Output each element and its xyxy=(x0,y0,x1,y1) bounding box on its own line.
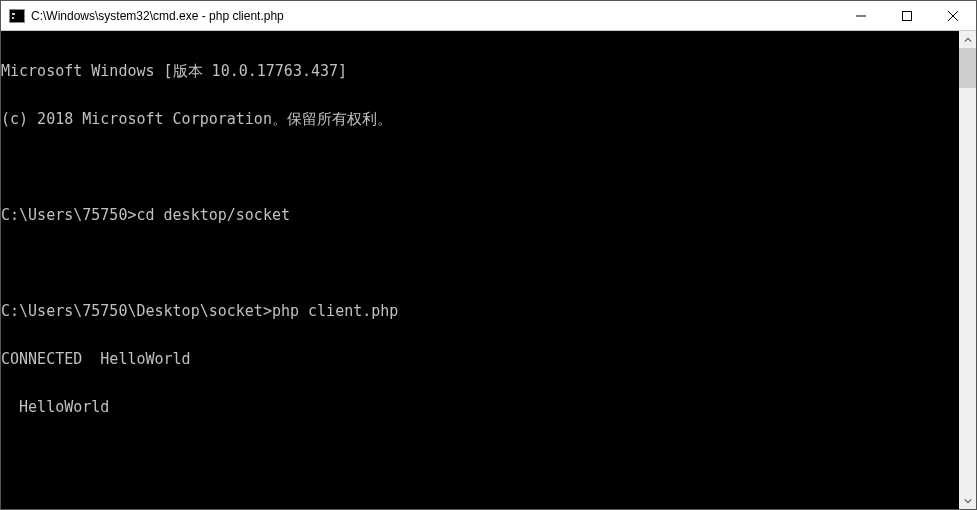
close-icon xyxy=(948,11,958,21)
maximize-button[interactable] xyxy=(884,1,930,30)
terminal-line: HelloWorld xyxy=(1,399,959,415)
vertical-scrollbar[interactable] xyxy=(959,31,976,509)
chevron-down-icon xyxy=(964,497,972,505)
terminal-line: Microsoft Windows [版本 10.0.17763.437] xyxy=(1,63,959,79)
terminal-line xyxy=(1,255,959,271)
terminal-line: CONNECTED HelloWorld xyxy=(1,351,959,367)
terminal-area: Microsoft Windows [版本 10.0.17763.437] (c… xyxy=(1,31,976,509)
scroll-down-button[interactable] xyxy=(959,492,976,509)
window-titlebar[interactable]: C:\Windows\system32\cmd.exe - php client… xyxy=(1,1,976,31)
close-button[interactable] xyxy=(930,1,976,30)
scroll-thumb[interactable] xyxy=(959,48,976,88)
terminal-output[interactable]: Microsoft Windows [版本 10.0.17763.437] (c… xyxy=(1,31,959,509)
chevron-up-icon xyxy=(964,36,972,44)
terminal-line xyxy=(1,159,959,175)
window-title: C:\Windows\system32\cmd.exe - php client… xyxy=(31,9,838,23)
svg-rect-1 xyxy=(903,11,912,20)
terminal-line: C:\Users\75750\Desktop\socket>php client… xyxy=(1,303,959,319)
terminal-line: (c) 2018 Microsoft Corporation。保留所有权利。 xyxy=(1,111,959,127)
scroll-up-button[interactable] xyxy=(959,31,976,48)
cmd-icon xyxy=(9,9,25,23)
maximize-icon xyxy=(902,11,912,21)
minimize-icon xyxy=(856,11,866,21)
minimize-button[interactable] xyxy=(838,1,884,30)
terminal-line: C:\Users\75750>cd desktop/socket xyxy=(1,207,959,223)
window-controls xyxy=(838,1,976,30)
